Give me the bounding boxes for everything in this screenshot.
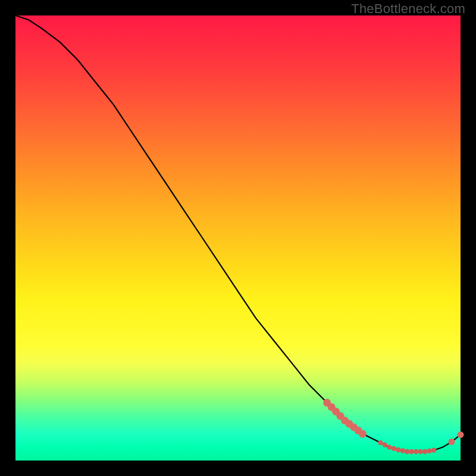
svg-point-10 xyxy=(383,443,387,447)
svg-point-16 xyxy=(409,449,414,454)
svg-point-21 xyxy=(431,448,436,453)
svg-point-19 xyxy=(422,449,427,454)
watermark-text: TheBottleneck.com xyxy=(351,1,465,17)
svg-point-22 xyxy=(449,439,455,445)
svg-point-17 xyxy=(414,449,418,454)
svg-point-12 xyxy=(392,446,396,451)
svg-point-11 xyxy=(387,444,392,449)
curve-dots-baseline xyxy=(378,440,436,454)
bottleneck-curve xyxy=(15,15,461,452)
svg-point-13 xyxy=(396,447,400,452)
svg-point-18 xyxy=(418,449,423,454)
svg-point-9 xyxy=(378,440,383,445)
curve-dots-evident xyxy=(323,399,367,437)
svg-point-14 xyxy=(400,448,405,453)
svg-point-8 xyxy=(359,430,367,438)
plot-area xyxy=(15,15,461,461)
svg-point-20 xyxy=(427,449,431,453)
svg-point-23 xyxy=(458,431,464,438)
svg-point-15 xyxy=(405,449,409,454)
curve-layer xyxy=(15,15,461,461)
chart-frame: TheBottleneck.com xyxy=(0,0,476,476)
